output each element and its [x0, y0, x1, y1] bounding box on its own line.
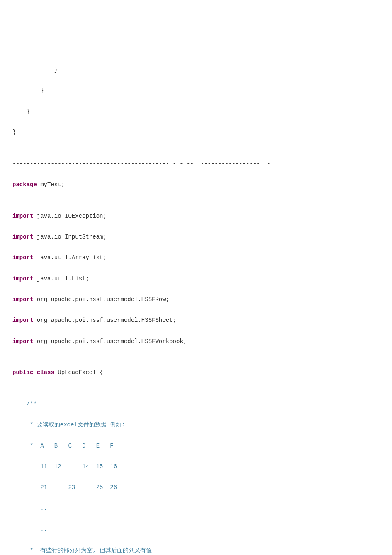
comment-line: * A B C D E F: [12, 441, 380, 451]
code-line: import java.util.List;: [12, 274, 380, 284]
keyword-import: import: [12, 234, 33, 240]
code-line: ----------------------------------------…: [12, 159, 380, 169]
comment-line: 21 23 25 26: [12, 482, 380, 493]
keyword-package: package: [12, 181, 37, 188]
code-line: import org.apache.poi.hssf.usermodel.HSS…: [12, 315, 380, 326]
code-block: } } } } --------------------------------…: [12, 54, 380, 555]
code-text: UpLoadExcel {: [54, 369, 103, 376]
code-line: import org.apache.poi.hssf.usermodel.HSS…: [12, 295, 380, 305]
code-text: java.util.ArrayList;: [33, 254, 106, 261]
keyword-import: import: [12, 275, 33, 282]
keyword-import: import: [12, 338, 33, 345]
code-line: import org.apache.poi.hssf.usermodel.HSS…: [12, 336, 380, 347]
keyword-import: import: [12, 317, 33, 324]
code-text: myTest;: [37, 181, 65, 188]
comment-line: ...: [12, 524, 380, 535]
code-text: java.util.List;: [33, 275, 89, 282]
code-line: }: [12, 65, 380, 75]
code-text: [33, 369, 37, 376]
code-text: java.io.IOException;: [33, 213, 106, 219]
keyword-class: class: [37, 369, 54, 376]
code-line: import java.io.IOException;: [12, 211, 380, 222]
code-text: org.apache.poi.hssf.usermodel.HSSFWorkbo…: [33, 338, 187, 345]
code-line: }: [12, 85, 380, 96]
comment-line: ...: [12, 504, 380, 514]
keyword-import: import: [12, 296, 33, 303]
code-line: import java.io.InputStream;: [12, 232, 380, 242]
comment-line: 11 12 14 15 16: [12, 462, 380, 472]
code-line: }: [12, 127, 380, 138]
keyword-import: import: [12, 213, 33, 219]
code-text: org.apache.poi.hssf.usermodel.HSSFSheet;: [33, 317, 176, 324]
code-text: org.apache.poi.hssf.usermodel.HSSFRow;: [33, 296, 169, 303]
code-line: import java.util.ArrayList;: [12, 253, 380, 263]
keyword-public: public: [12, 369, 33, 376]
code-line: public class UpLoadExcel {: [12, 368, 380, 378]
comment-line: * 有些行的部分列为空, 但其后面的列又有值: [12, 545, 380, 555]
code-text: java.io.InputStream;: [33, 234, 106, 240]
keyword-import: import: [12, 254, 33, 261]
code-line: }: [12, 107, 380, 117]
code-line: package myTest;: [12, 180, 380, 190]
comment-line: * 要读取的excel文件的数据 例如:: [12, 420, 380, 430]
comment-line: /**: [12, 399, 380, 409]
